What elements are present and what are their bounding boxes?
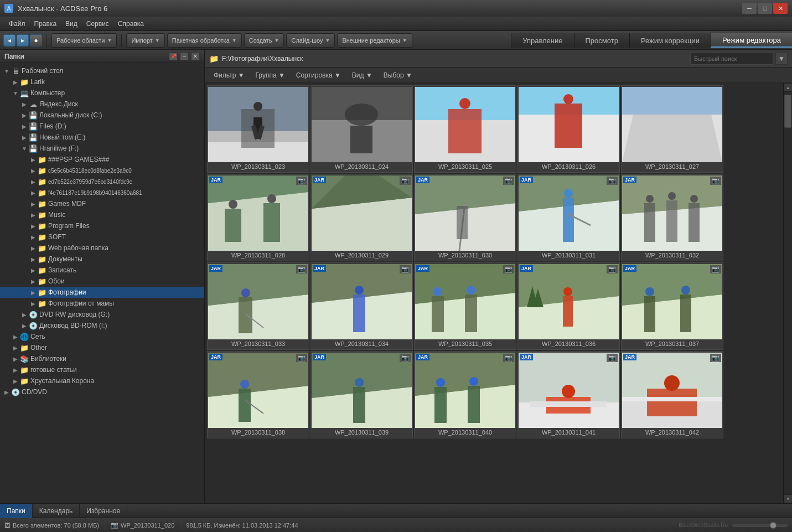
photo-cell-025[interactable]: WP_20130311_025 [414,85,516,173]
sidebar-pin-button[interactable]: 📌 [169,53,178,60]
toggle-i[interactable]: ▶ [20,321,29,330]
tab-editor[interactable]: Режим редактора [711,33,792,48]
toggle-c[interactable]: ▶ [20,111,29,120]
tree-item-e[interactable]: ▶ 💾 Новый том (E:) [0,132,204,143]
sidebar-minimize-button[interactable]: ─ [180,53,189,60]
tree-item-g[interactable]: ▶ 💿 DVD RW дисковод (G:) [0,309,204,320]
forward-button[interactable]: ▸ [17,34,29,47]
tree-item-docs[interactable]: ▶ 📁 Документы [0,254,204,265]
photo-cell-035[interactable]: JAR 📷 WP_20130311_035 [414,262,516,350]
tab-manage[interactable]: Управление [511,33,573,48]
tree-item-other[interactable]: ▶ 📁 Other [0,342,204,353]
photo-cell-039[interactable]: JAR 📷 WP_20130311_039 [310,351,413,438]
view-button[interactable]: Вид ▼ [348,70,377,80]
menu-view[interactable]: Вид [61,19,82,29]
toggle-soft[interactable]: ▶ [29,233,38,241]
toggle-f[interactable]: ▼ [20,144,29,153]
editors-button[interactable]: Внешние редакторы ▼ [337,33,412,48]
group-button[interactable]: Группа ▼ [251,70,289,80]
photo-cell-038[interactable]: JAR 📷 WP_20130311_038 [207,351,309,438]
toggle-computer[interactable]: ▼ [11,89,20,97]
select-button[interactable]: Выбор ▼ [379,70,417,80]
photo-cell-033[interactable]: JAR 📷 WP_20130311_033 [207,262,309,350]
toggle-e[interactable]: ▶ [20,133,29,142]
tree-item-desktop[interactable]: ▼ 🖥 Рабочий стол [0,65,204,76]
minimize-button[interactable]: ─ [742,3,757,14]
tree-item-cddvd[interactable]: ▶ 💿 CD/DVD [0,386,204,397]
tab-folders[interactable]: Папки [0,504,33,518]
menu-edit[interactable]: Правка [30,19,61,29]
toggle-network[interactable]: ▶ [11,332,20,341]
tree-item-soft[interactable]: ▶ 📁 SOFT [0,231,204,242]
photo-cell-026[interactable]: WP_20130311_026 [517,85,620,173]
tree-item-libraries[interactable]: ▶ 📚 Библиотеки [0,353,204,364]
search-button[interactable]: ▼ [775,53,788,65]
photo-cell-031[interactable]: JAR 📷 WP_20130311_031 [517,174,620,261]
tree-item-computer[interactable]: ▼ 💻 Компьютер [0,87,204,99]
tree-item-web[interactable]: ▶ 📁 Web рабочая папка [0,242,204,254]
scroll-down-button[interactable]: ▼ [784,494,792,503]
toggle-write[interactable]: ▶ [29,266,38,275]
home-button[interactable]: ● [30,34,42,47]
tab-favorites[interactable]: Избранное [80,504,127,518]
toggle-f4e7[interactable]: ▶ [29,188,38,197]
tree-item-larik[interactable]: ▶ 📁 Larik [0,76,204,87]
photo-cell-040[interactable]: JAR 📷 WP_20130311_040 [414,351,516,438]
scrollbar-track[interactable] [784,92,792,494]
photo-cell-037[interactable]: JAR 📷 WP_20130311_037 [621,262,723,350]
back-button[interactable]: ◂ [3,34,15,47]
tree-item-articles[interactable]: ▶ 📁 готовые статьи [0,364,204,375]
toggle-music[interactable]: ▶ [29,210,38,219]
toggle-desktop[interactable]: ▼ [2,66,11,75]
tree-item-f[interactable]: ▼ 💾 Hraniliwe (F:) [0,143,204,154]
tree-item-music[interactable]: ▶ 📁 Music [0,209,204,220]
scroll-up-button[interactable]: ▲ [784,83,792,92]
photo-cell-030[interactable]: JAR 📷 WP_20130311_030 [414,174,516,261]
zoom-thumb[interactable] [770,522,777,529]
menu-service[interactable]: Сервис [82,19,113,29]
tree-item-programfiles[interactable]: ▶ 📁 Program Files [0,220,204,231]
sidebar-close-button[interactable]: ✕ [191,53,200,60]
menu-file[interactable]: Файл [4,19,30,29]
tree-item-ed7b[interactable]: ▶ 📁 ed7b522e37959d7e6bd3140fdc9c [0,176,204,187]
toggle-wallpapers[interactable]: ▶ [29,277,38,286]
tree-item-yandex[interactable]: ▶ ☁ Яндекс.Диск [0,99,204,110]
toggle-articles[interactable]: ▶ [11,365,20,374]
tab-calendar[interactable]: Календарь [33,504,80,518]
toggle-crystal[interactable]: ▶ [11,376,20,385]
zoom-slider[interactable] [732,524,788,527]
photo-cell-042[interactable]: JAR 📷 WP_20130311_042 [621,351,723,438]
scrollbar-thumb[interactable] [784,95,791,128]
toggle-programfiles[interactable]: ▶ [29,221,38,230]
tree-item-psp[interactable]: ▶ 📁 ###PSP GAMES### [0,154,204,165]
tree-item-d[interactable]: ▶ 💾 Files (D:) [0,121,204,132]
toggle-g[interactable]: ▶ [20,310,29,319]
toggle-yandex[interactable]: ▶ [20,100,29,109]
tree-item-f4e7[interactable]: ▶ 📁 f4e761187e19b9198b940146360a681 [0,187,204,198]
toggle-larik[interactable]: ▶ [11,78,20,86]
photo-cell-028[interactable]: JAR 📷 WP_20130311_028 [207,174,309,261]
menu-help[interactable]: Справка [113,19,148,29]
toggle-photos-mom[interactable]: ▶ [29,299,38,308]
toggle-cddvd[interactable]: ▶ [2,388,11,396]
tab-correct[interactable]: Режим коррекции [629,33,711,48]
toggle-ed7b[interactable]: ▶ [29,177,38,186]
photo-cell-029[interactable]: JAR 📷 WP_20130311_029 [310,174,413,261]
tree-item-photos-mom[interactable]: ▶ 📁 Фотографии от мамы [0,298,204,309]
tree-item-wallpapers[interactable]: ▶ 📁 Обои [0,276,204,287]
tree-item-network[interactable]: ▶ 🌐 Сеть [0,331,204,342]
tree-item-i[interactable]: ▶ 💿 Дисковод BD-ROM (I:) [0,320,204,331]
photo-cell-041[interactable]: JAR 📷 WP_20130311_041 [517,351,620,438]
photo-cell-027[interactable]: WP_20130311_027 [621,85,723,173]
toggle-web[interactable]: ▶ [29,244,38,252]
slideshow-button[interactable]: Слайд-шоу ▼ [286,33,335,48]
photo-cell-032[interactable]: JAR 📷 WP_20130311_032 [621,174,723,261]
toggle-d[interactable]: ▶ [20,122,29,131]
filter-button[interactable]: Фильтр ▼ [209,70,249,80]
photo-cell-024[interactable]: WP_20130311_024 [310,85,413,173]
sort-button[interactable]: Сортировка ▼ [292,70,345,80]
photo-cell-023[interactable]: WP_20130311_023 [207,85,309,173]
photo-cell-036[interactable]: JAR 📷 WP_20130311_036 [517,262,620,350]
tree-item-photos[interactable]: ▶ 📁 Фотографии [0,287,204,298]
toggle-gamesmdf[interactable]: ▶ [29,199,38,208]
